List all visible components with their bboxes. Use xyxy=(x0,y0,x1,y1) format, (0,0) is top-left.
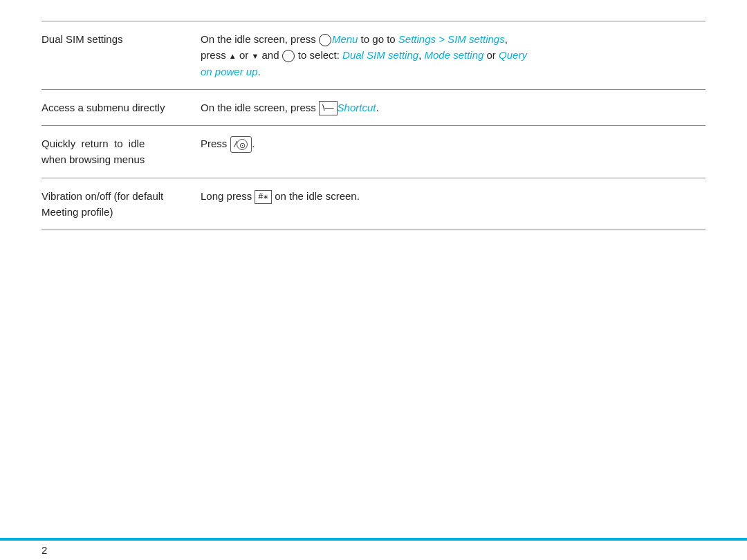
circle-select-icon xyxy=(282,50,295,62)
end-key-icon: ​​⊙ xyxy=(230,136,252,153)
row-content-vibration: Long press #∗ on the idle screen. xyxy=(201,178,706,230)
nav-arrows-down-icon: ▼ xyxy=(251,52,259,60)
page-number: 2 xyxy=(42,544,47,556)
row-label-submenu: Access a submenu directly xyxy=(42,89,201,125)
shortcut-link: Shortcut xyxy=(338,102,376,113)
row-content-return-idle: Press ​​⊙. xyxy=(201,126,706,178)
dual-sim-link: Dual SIM setting xyxy=(342,49,418,61)
hash-key-icon: #∗ xyxy=(255,190,272,204)
circle-menu-icon xyxy=(319,34,331,46)
menu-link: Menu xyxy=(332,33,358,45)
row-content-dual-sim: On the idle screen, press Menu to go to … xyxy=(201,21,706,90)
row-content-submenu: On the idle screen, press \—Shortcut. xyxy=(201,89,706,125)
table-row: Vibration on/off (for defaultMeeting pro… xyxy=(42,178,706,230)
shortcut-key-icon: \— xyxy=(319,101,338,115)
mode-setting-link: Mode setting xyxy=(424,49,483,61)
row-label-return-idle: Quickly return to idlewhen browsing menu… xyxy=(42,126,201,178)
table-row: Dual SIM settings On the idle screen, pr… xyxy=(42,21,706,90)
row-label-vibration: Vibration on/off (for defaultMeeting pro… xyxy=(42,178,201,230)
table-row: Quickly return to idlewhen browsing menu… xyxy=(42,126,706,178)
bottom-accent-line xyxy=(0,538,747,541)
row-label-dual-sim: Dual SIM settings xyxy=(42,21,201,90)
nav-arrows-icon: ▲ xyxy=(229,52,237,60)
table-row: Access a submenu directly On the idle sc… xyxy=(42,89,706,125)
settings-table: Dual SIM settings On the idle screen, pr… xyxy=(42,21,706,230)
page-container: Dual SIM settings On the idle screen, pr… xyxy=(0,0,747,560)
settings-link: Settings > SIM settings xyxy=(398,33,505,45)
